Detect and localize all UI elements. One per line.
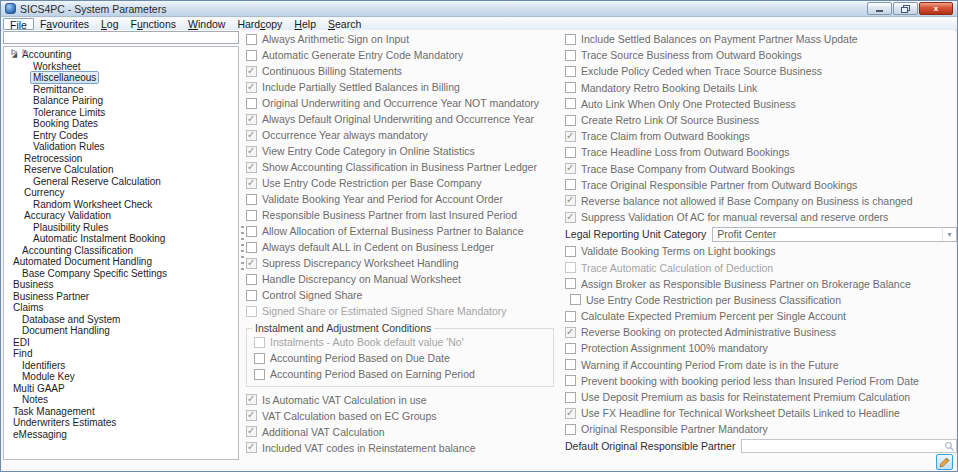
checkbox-create-retro-link-of-source-business[interactable]	[565, 115, 576, 126]
checkbox-original-responsible-partner-mandatory[interactable]	[565, 424, 576, 435]
checkbox-row-show-accounting-classification-in-busine: Show Accounting Classification in Busine…	[246, 159, 564, 175]
checkbox-label: Trace Claim from Outward Bookings	[581, 130, 750, 142]
checkbox-vat-calculation-based-on-ec-groups[interactable]	[246, 410, 257, 421]
close-icon: x	[934, 4, 938, 13]
minimize-button[interactable]	[867, 2, 892, 15]
checkbox-allow-allocation-of-external-business-pa[interactable]	[246, 226, 257, 237]
checkbox-label: Accounting Period Based on Earning Perio…	[270, 368, 475, 380]
checkbox-is-automatic-vat-calculation-in-use[interactable]	[246, 394, 257, 405]
checkbox-always-arithmetic-sign-on-input[interactable]	[246, 34, 257, 45]
checkbox-occurrence-year-always-mandatory[interactable]	[246, 130, 257, 141]
tree-item-document-handling[interactable]: Document Handling	[4, 325, 238, 337]
checkbox-row-instalments-auto-book-default-value-no: Instalments - Auto Book default value 'N…	[254, 334, 553, 350]
checkbox-suppress-validation-of-ac-for-manual-rev[interactable]	[565, 212, 576, 223]
checkbox-auto-link-when-only-one-protected-busine[interactable]	[565, 98, 576, 109]
checkbox-original-underwriting-and-occurrence-yea[interactable]	[246, 98, 257, 109]
checkbox-label: VAT Calculation based on EC Groups	[262, 410, 437, 422]
collapsed-arrow-icon[interactable]: ▷	[10, 47, 19, 56]
checkbox-row-always-arithmetic-sign-on-input: Always Arithmetic Sign on Input	[246, 31, 564, 47]
collapsed-arrow-icon[interactable]: ▷	[21, 47, 30, 56]
checkbox-row-automatic-generate-entry-code-mandatory: Automatic Generate Entry Code Mandatory	[246, 47, 564, 63]
checkbox-trace-claim-from-outward-bookings[interactable]	[565, 131, 576, 142]
checkbox-responsible-business-partner-from-last-i[interactable]	[246, 210, 257, 221]
menu-window[interactable]: Window	[182, 18, 231, 30]
checkbox-protection-assignment-100-mandatory[interactable]	[565, 343, 576, 354]
checkbox-row-reverse-booking-on-protected-administrat: Reverse Booking on protected Administrat…	[565, 324, 957, 340]
checkbox-prevent-booking-with-booking-period-less[interactable]	[565, 375, 576, 386]
checkbox-use-entry-code-restriction-per-business-[interactable]	[570, 294, 581, 305]
restore-icon	[901, 5, 910, 13]
checkbox-label: Use Deposit Premium as basis for Reinsta…	[581, 391, 910, 403]
checkbox-trace-automatic-calculation-of-deduction[interactable]	[565, 262, 576, 273]
combobox-legal-reporting-unit-category[interactable]: Profit Center▾	[712, 227, 957, 242]
menu-log[interactable]: Log	[95, 18, 125, 30]
checkbox-signed-share-or-estimated-signed-share-m[interactable]	[246, 306, 257, 317]
combo-label: Legal Reporting Unit Category	[565, 228, 706, 240]
checkbox-row-trace-source-business-from-outward-booki: Trace Source Business from Outward Booki…	[565, 47, 957, 63]
tree-item-emessaging[interactable]: ▷eMessaging	[4, 429, 238, 441]
dropdown-arrow-icon[interactable]: ▾	[942, 228, 956, 241]
checkbox-always-default-original-underwriting-and[interactable]	[246, 114, 257, 125]
checkbox-row-trace-headline-loss-from-outward-booking: Trace Headline Loss from Outward Booking…	[565, 144, 957, 160]
checkbox-supress-discrepancy-worksheet-handling[interactable]	[246, 258, 257, 269]
checkbox-accounting-period-based-on-earning-perio[interactable]	[254, 369, 265, 380]
checkbox-use-fx-headline-for-technical-worksheet-[interactable]	[565, 408, 576, 419]
checkbox-label: Is Automatic VAT Calculation in use	[262, 394, 427, 406]
checkbox-row-additional-vat-calculation: Additional VAT Calculation	[246, 424, 564, 440]
restore-button[interactable]	[893, 2, 918, 15]
checkbox-use-entry-code-restriction-per-base-comp[interactable]	[246, 178, 257, 189]
checkbox-include-settled-balances-on-payment-part[interactable]	[565, 34, 576, 45]
checkbox-trace-original-responsible-partner-from-[interactable]	[565, 179, 576, 190]
edit-button[interactable]	[936, 454, 953, 470]
checkbox-calculate-expected-premium-percent-per-s[interactable]	[565, 311, 576, 322]
checkbox-validate-booking-year-and-period-for-acc[interactable]	[246, 194, 257, 205]
checkbox-instalments-auto-book-default-value-no[interactable]	[254, 337, 265, 348]
menu-functions[interactable]: Functions	[125, 18, 183, 30]
checkbox-trace-base-company-from-outward-bookings[interactable]	[565, 163, 576, 174]
checkbox-always-default-all-in-cedent-on-business[interactable]	[246, 242, 257, 253]
checkbox-trace-headline-loss-from-outward-booking[interactable]	[565, 147, 576, 158]
checkbox-validate-booking-terms-on-light-bookings[interactable]	[565, 246, 576, 257]
tree-filter-input[interactable]	[3, 31, 239, 44]
checkbox-include-partially-settled-balances-in-bi[interactable]	[246, 82, 257, 93]
checkbox-reverse-balance-not-allowed-if-base-comp[interactable]	[565, 195, 576, 206]
tree-item-label: Document Handling	[19, 324, 113, 337]
checkbox-additional-vat-calculation[interactable]	[246, 426, 257, 437]
checkbox-warning-if-accounting-period-from-date-i[interactable]	[565, 359, 576, 370]
checkbox-view-entry-code-category-in-online-stati[interactable]	[246, 146, 257, 157]
checkbox-continuous-billing-statements[interactable]	[246, 66, 257, 77]
checkbox-handle-discrepancy-on-manual-worksheet[interactable]	[246, 274, 257, 285]
checkbox-label: Allow Allocation of External Business Pa…	[262, 225, 523, 237]
checkbox-exclude-policy-ceded-when-trace-source-b[interactable]	[565, 66, 576, 77]
checkbox-reverse-booking-on-protected-administrat[interactable]	[565, 327, 576, 338]
checkbox-show-accounting-classification-in-busine[interactable]	[246, 162, 257, 173]
checkbox-accounting-period-based-on-due-date[interactable]	[254, 353, 265, 364]
checkbox-row-allow-allocation-of-external-business-pa: Allow Allocation of External Business Pa…	[246, 223, 564, 239]
checkbox-label: Assign Broker as Responsible Business Pa…	[581, 278, 911, 290]
checkbox-row-exclude-policy-ceded-when-trace-source-b: Exclude Policy Ceded when Trace Source B…	[565, 63, 957, 79]
checkbox-trace-source-business-from-outward-booki[interactable]	[565, 50, 576, 61]
checkbox-label: Control Signed Share	[262, 289, 362, 301]
menu-help[interactable]: Help	[288, 18, 322, 30]
menu-hardcopy[interactable]: Hardcopy	[231, 18, 288, 30]
settings-column-1: Always Arithmetic Sign on InputAutomatic…	[246, 30, 564, 456]
checkbox-mandatory-retro-booking-details-link[interactable]	[565, 82, 576, 93]
menu-favourites[interactable]: Favourites	[34, 18, 95, 30]
search-icon[interactable]	[944, 441, 955, 452]
text-field-default-original-responsible-partner[interactable]	[741, 439, 957, 453]
menu-file[interactable]: File	[3, 18, 34, 30]
checkbox-row-warning-if-accounting-period-from-date-i: Warning if Accounting Period From date i…	[565, 357, 957, 373]
checkbox-row-vat-calculation-based-on-ec-groups: VAT Calculation based on EC Groups	[246, 408, 564, 424]
checkbox-label: Show Accounting Classification in Busine…	[262, 161, 537, 173]
checkbox-use-deposit-premium-as-basis-for-reinsta[interactable]	[565, 392, 576, 403]
checkbox-row-reverse-balance-not-allowed-if-base-comp: Reverse balance not allowed if Base Comp…	[565, 193, 957, 209]
tree-item-edi[interactable]: ▷EDI	[4, 337, 238, 349]
close-button[interactable]: x	[919, 2, 953, 15]
checkbox-label: Occurrence Year always mandatory	[262, 129, 428, 141]
checkbox-label: Automatic Generate Entry Code Mandatory	[262, 49, 463, 61]
checkbox-control-signed-share[interactable]	[246, 290, 257, 301]
checkbox-assign-broker-as-responsible-business-pa[interactable]	[565, 278, 576, 289]
checkbox-included-vat-codes-in-reinstatement-bala[interactable]	[246, 442, 257, 453]
menu-search[interactable]: Search	[322, 18, 367, 30]
checkbox-automatic-generate-entry-code-mandatory[interactable]	[246, 50, 257, 61]
